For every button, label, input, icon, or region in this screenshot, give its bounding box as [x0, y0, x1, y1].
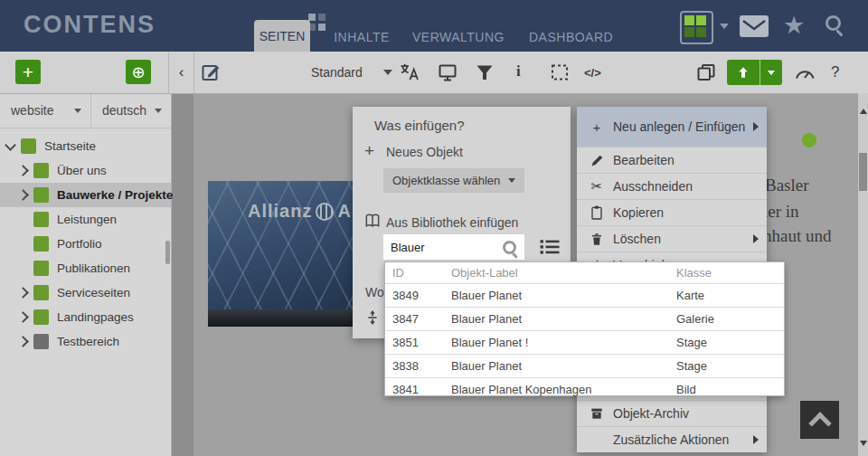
result-row[interactable]: 3838 Blauer Planet Stage [385, 354, 784, 377]
page-node-icon [33, 285, 49, 300]
column-header-id: ID [385, 266, 444, 280]
chevron-right-icon[interactable] [17, 336, 29, 347]
tree-item-testbereich[interactable]: Testbereich [0, 329, 171, 354]
add-object-button[interactable]: ⊕ [126, 60, 151, 84]
contens-cms-window: Allianz A Basler ler in nhaut und CONTEN… [0, 0, 868, 456]
chevron-right-icon[interactable] [17, 165, 29, 176]
messages-icon[interactable] [740, 15, 769, 37]
list-view-icon[interactable] [539, 238, 561, 256]
chevron-right-icon[interactable] [17, 189, 29, 201]
language-dropdown[interactable]: deutsch [91, 93, 171, 128]
column-header-objekt-label: Objekt-Label [444, 266, 669, 280]
result-row[interactable]: 3851 Blauer Planet ! Stage [385, 330, 784, 354]
result-row[interactable]: 3849 Blauer Planet Karte [385, 283, 784, 307]
selection-marquee-icon[interactable] [549, 62, 571, 83]
allianz-arena-image: Allianz A [208, 181, 369, 327]
favorites-star-icon[interactable]: ★ [783, 12, 805, 39]
publish-upload-icon[interactable] [727, 60, 760, 85]
apps-grid-icon[interactable] [680, 11, 713, 44]
menu-item-bearbeiten[interactable]: Bearbeiten [577, 147, 767, 173]
chevron-down-icon[interactable] [5, 139, 16, 151]
content-scrollbar[interactable] [857, 93, 868, 456]
page-node-icon [21, 138, 36, 154]
app-header: CONTENS SEITEN INHALTE VERWALTUNG DASHBO… [0, 0, 868, 52]
tree-item-publikationen[interactable]: Publikationen [0, 256, 171, 280]
menu-item-kopieren[interactable]: Kopieren [577, 199, 767, 225]
new-object-label[interactable]: Neues Objekt [386, 145, 463, 159]
collapse-sidebar-button[interactable]: ‹ [168, 52, 194, 93]
performance-gauge-icon[interactable] [793, 63, 816, 81]
tree-item-portfolio[interactable]: Portfolio [0, 232, 171, 256]
tree-item-ueber-uns[interactable]: Über uns [0, 158, 171, 183]
tab-verwaltung[interactable]: VERWALTUNG [409, 30, 508, 44]
page-node-icon [33, 236, 49, 252]
pencil-icon [588, 153, 606, 168]
result-row[interactable]: 3841 Blauer Planet Kopenhagen Bild [385, 377, 784, 401]
chevron-up-icon [808, 412, 831, 434]
menu-item-loeschen[interactable]: Löschen [577, 225, 767, 252]
page-text-fragment: Basler [765, 176, 809, 195]
library-search-results: ID Objekt-Label Klasse 3849 Blauer Plane… [384, 261, 785, 396]
preview-monitor-icon[interactable] [437, 62, 458, 83]
plus-icon: + [364, 141, 374, 161]
tab-dashboard[interactable]: DASHBOARD [529, 30, 610, 44]
add-page-button[interactable]: + [15, 60, 41, 84]
search-icon[interactable] [503, 241, 516, 254]
code-view-icon[interactable]: </> [584, 66, 601, 80]
chevron-right-icon[interactable] [17, 311, 29, 323]
tab-inhalte[interactable]: INHALTE [333, 30, 391, 44]
page-toolbar: + ⊕ ‹ Standard i [0, 52, 868, 94]
results-header-row: ID Objekt-Label Klasse [385, 262, 784, 283]
publish-split-button[interactable] [727, 60, 782, 85]
scroll-up-arrow-icon[interactable] [860, 109, 867, 114]
sidebar-filters: website deutsch [0, 93, 171, 128]
variant-select[interactable]: Standard [311, 65, 363, 80]
modal-dim-overlay [208, 181, 369, 327]
site-dropdown-value: website [11, 103, 53, 118]
pages-copy-icon[interactable] [695, 62, 717, 83]
sidebar-scrollbar-thumb[interactable] [165, 241, 170, 264]
publish-options-caret-icon[interactable] [760, 60, 782, 85]
scrollbar-thumb[interactable] [859, 153, 867, 191]
apps-grid-caret-icon[interactable] [720, 24, 729, 29]
tree-item-serviceseiten[interactable]: Serviceseiten [0, 280, 171, 305]
tree-item-leistungen[interactable]: Leistungen [0, 207, 171, 232]
menu-item-neu-anlegen[interactable]: + Neu anlegen / Einfügen [577, 107, 767, 147]
tab-seiten[interactable]: SEITEN [254, 20, 310, 52]
insert-position-icon [363, 308, 382, 328]
scroll-down-arrow-icon[interactable] [860, 441, 867, 446]
result-row[interactable]: 3847 Blauer Planet Galerie [385, 307, 784, 330]
status-dot [802, 133, 816, 147]
library-search-input[interactable] [383, 234, 499, 260]
variant-select-caret-icon[interactable] [383, 70, 392, 75]
from-library-label[interactable]: Aus Bibliothek einfügen [386, 215, 518, 230]
column-header-klasse: Klasse [669, 266, 784, 280]
site-dropdown[interactable]: website [0, 93, 91, 128]
object-class-select[interactable]: Objektklasse wählen [383, 168, 524, 193]
scroll-to-top-button[interactable] [800, 401, 839, 439]
menu-item-ausschneiden[interactable]: ✂ Ausschneiden [577, 173, 767, 199]
filter-icon[interactable] [474, 62, 495, 83]
page-text-fragment: ler in [763, 202, 799, 222]
help-icon[interactable]: ? [831, 63, 839, 81]
translate-icon[interactable] [398, 62, 420, 83]
tree-item-startseite[interactable]: Startseite [0, 134, 171, 158]
plus-icon: + [588, 119, 606, 135]
chevron-right-icon[interactable] [17, 287, 29, 299]
site-dropdown-caret-icon [74, 109, 81, 113]
library-search-box [383, 234, 524, 260]
object-class-select-value: Objektklasse wählen [392, 174, 500, 187]
page-node-icon [33, 187, 49, 203]
tree-item-bauwerke-projekte[interactable]: Bauwerke / Projekte [0, 183, 171, 207]
tree-item-landingpages[interactable]: Landingpages [0, 305, 171, 329]
page-text-fragment: nhaut und [763, 226, 831, 246]
scissors-icon: ✂ [588, 178, 606, 195]
submenu-arrow-icon [753, 122, 759, 131]
info-icon[interactable]: i [516, 62, 521, 81]
edit-page-icon[interactable] [200, 62, 222, 83]
contens-logo-grid-icon [308, 14, 326, 32]
menu-item-objekt-archiv[interactable]: Objekt-Archiv [577, 400, 767, 426]
menu-item-zusaetzliche-aktionen[interactable]: Zusätzliche Aktionen [577, 426, 767, 452]
trash-icon [588, 232, 606, 247]
search-icon[interactable] [826, 15, 841, 31]
